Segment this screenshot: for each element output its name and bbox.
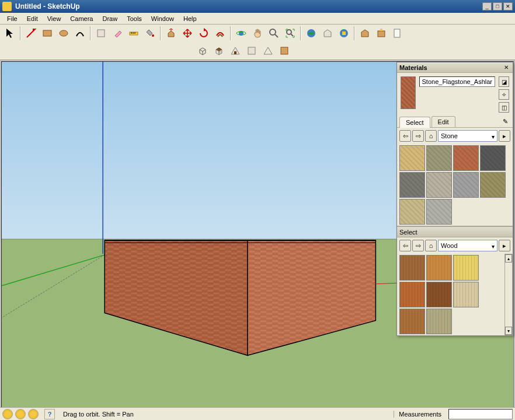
secondary-panel-title: Select: [399, 229, 417, 236]
scroll-up-button[interactable]: ▴: [505, 254, 512, 262]
nav-details-button[interactable]: ▸: [499, 130, 510, 142]
material-category-select[interactable]: Stone: [438, 130, 497, 142]
material-category2-select[interactable]: Wood: [438, 240, 497, 251]
menu-view[interactable]: View: [43, 14, 66, 23]
left-view-button[interactable]: [277, 43, 292, 58]
svg-point-1: [60, 30, 68, 36]
front-view-button[interactable]: [228, 43, 243, 58]
stone-swatch[interactable]: [426, 172, 452, 198]
app-icon: [2, 2, 12, 11]
stone-swatch[interactable]: [399, 172, 425, 198]
materials-tab-edit[interactable]: Edit: [432, 116, 455, 127]
geolocation-icon[interactable]: [2, 409, 13, 419]
materials-panel-titlebar[interactable]: Materials ✕: [397, 62, 513, 73]
wood-swatch[interactable]: [399, 282, 425, 307]
menu-bar: File Edit View Camera Draw Tools Window …: [0, 13, 515, 24]
stone-swatch[interactable]: [480, 145, 506, 171]
close-button[interactable]: ✕: [503, 2, 513, 10]
scroll-down-button[interactable]: ▾: [505, 327, 512, 335]
wood-swatch[interactable]: [426, 255, 452, 281]
arc-tool-button[interactable]: [72, 26, 88, 41]
back-view-button[interactable]: [260, 43, 276, 58]
menu-draw[interactable]: Draw: [98, 14, 122, 23]
create-material-button[interactable]: ✧: [499, 89, 509, 100]
svg-line-13: [291, 34, 293, 36]
default-material-button[interactable]: ◫: [499, 102, 509, 113]
nav-forward-button[interactable]: ⇨: [412, 130, 424, 142]
svg-point-10: [270, 29, 276, 35]
paint-bucket-button[interactable]: [142, 26, 158, 41]
nav-home-button[interactable]: ⌂: [425, 130, 437, 142]
top-view-button[interactable]: [211, 43, 227, 58]
get-photo-texture-button[interactable]: [336, 26, 352, 41]
send-to-layout-button[interactable]: [390, 26, 405, 41]
workspace: Materials ✕ Stone_Flagstone_Ashlar ◪ ✧ ◫…: [1, 61, 514, 411]
move-tool-button[interactable]: [180, 26, 195, 41]
zoom-tool-button[interactable]: [266, 26, 281, 41]
current-material-swatch[interactable]: [401, 76, 416, 109]
wood-swatch[interactable]: [453, 255, 479, 281]
wood-swatch[interactable]: [399, 255, 425, 281]
nav2-details-button[interactable]: ▸: [499, 240, 510, 251]
stone-swatch[interactable]: [399, 145, 425, 171]
sample-paint-icon[interactable]: ✎: [500, 116, 510, 127]
rotate-tool-button[interactable]: [196, 26, 211, 41]
svg-rect-17: [380, 29, 382, 31]
rectangle-tool-button[interactable]: [40, 26, 55, 41]
menu-file[interactable]: File: [2, 14, 22, 23]
menu-tools[interactable]: Tools: [122, 14, 147, 23]
make-component-button[interactable]: [93, 26, 109, 41]
scrollbar-track[interactable]: [505, 262, 512, 327]
stone-swatch[interactable]: [453, 145, 479, 171]
extension-warehouse-button[interactable]: [374, 26, 389, 41]
eraser-tool-button[interactable]: [110, 26, 125, 41]
nav-back-button[interactable]: ⇦: [399, 130, 411, 142]
panel-close-icon[interactable]: ✕: [502, 64, 510, 72]
warehouse-button[interactable]: [357, 26, 373, 41]
display-secondary-pane-button[interactable]: ◪: [499, 76, 509, 87]
tape-measure-button[interactable]: [126, 26, 141, 41]
wood-swatch[interactable]: [453, 282, 479, 307]
select-tool-button[interactable]: [2, 26, 18, 41]
measurements-input[interactable]: [448, 409, 513, 419]
help-icon[interactable]: ?: [44, 409, 55, 419]
credits-icon[interactable]: [15, 409, 26, 419]
wood-swatch[interactable]: [426, 282, 452, 307]
pan-tool-button[interactable]: [250, 26, 265, 41]
zoom-extents-button[interactable]: [283, 26, 298, 41]
stone-swatch-grid: [397, 144, 513, 226]
wood-swatch[interactable]: [399, 309, 425, 334]
secondary-panel-titlebar: Select: [397, 227, 513, 237]
measurements-label: Measurements: [394, 411, 446, 418]
stone-swatch[interactable]: [453, 172, 479, 198]
maximize-button[interactable]: □: [493, 2, 502, 10]
claim-credit-icon[interactable]: [28, 409, 39, 419]
menu-window[interactable]: Window: [147, 14, 179, 23]
svg-point-7: [152, 34, 154, 37]
right-view-button[interactable]: [244, 43, 259, 58]
materials-tab-select[interactable]: Select: [399, 117, 430, 128]
nav2-home-button[interactable]: ⌂: [425, 240, 437, 251]
iso-view-button[interactable]: [195, 43, 210, 58]
circle-tool-button[interactable]: [56, 26, 71, 41]
nav2-forward-button[interactable]: ⇨: [412, 240, 424, 251]
minimize-button[interactable]: _: [482, 2, 492, 10]
menu-camera[interactable]: Camera: [65, 14, 98, 23]
stone-swatch[interactable]: [480, 172, 506, 198]
menu-help[interactable]: Help: [179, 14, 201, 23]
materials-panel: Materials ✕ Stone_Flagstone_Ashlar ◪ ✧ ◫…: [396, 62, 513, 336]
stone-swatch[interactable]: [426, 145, 452, 171]
line-tool-button[interactable]: [23, 26, 39, 41]
push-pull-button[interactable]: [163, 26, 179, 41]
share-model-button[interactable]: [320, 26, 335, 41]
offset-tool-button[interactable]: [213, 26, 228, 41]
svg-line-11: [275, 34, 278, 37]
current-material-name[interactable]: Stone_Flagstone_Ashlar: [419, 76, 495, 87]
orbit-tool-button[interactable]: [234, 26, 249, 41]
nav2-back-button[interactable]: ⇦: [399, 240, 411, 251]
stone-swatch[interactable]: [426, 199, 452, 225]
menu-edit[interactable]: Edit: [22, 14, 43, 23]
wood-swatch[interactable]: [426, 309, 452, 334]
get-models-button[interactable]: [304, 26, 319, 41]
stone-swatch[interactable]: [399, 199, 425, 225]
